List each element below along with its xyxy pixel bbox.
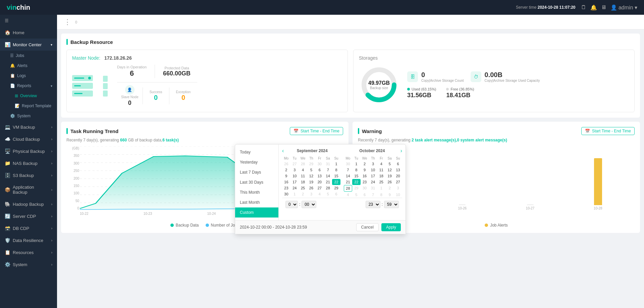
sidebar-toggle[interactable]: ☰ — [0, 15, 57, 26]
trend-time-range-button[interactable]: 📅 Start Time - End Time — [290, 127, 343, 135]
cal-day[interactable]: 2 — [299, 191, 307, 197]
cal-day[interactable]: 30 — [344, 161, 352, 167]
cal-day[interactable]: 31 — [324, 161, 332, 167]
cal-day[interactable]: 23 — [282, 185, 290, 191]
preset-last7[interactable]: Last 7 Days — [235, 167, 278, 177]
cal-day[interactable]: 21 — [344, 179, 352, 185]
cal-day[interactable]: 8 — [332, 167, 340, 173]
user-menu[interactable]: 👤 admin ▾ — [610, 4, 637, 11]
cal-day[interactable]: 7 — [344, 167, 352, 173]
cal-day[interactable]: 4 — [344, 192, 352, 198]
sidebar-sub-item-alerts[interactable]: 🔔 Alerts — [0, 61, 57, 71]
cal-day[interactable]: 17 — [290, 179, 299, 185]
sidebar-item-physical-backup[interactable]: 🖥️ Physical Backup › — [0, 145, 57, 157]
cal-day[interactable]: 9 — [282, 173, 290, 179]
cal-day[interactable]: 16 — [282, 179, 290, 185]
cal-day[interactable]: 20 — [394, 173, 402, 179]
cal-day[interactable]: 5 — [324, 191, 332, 197]
cal-day[interactable]: 1 — [332, 161, 340, 167]
sidebar-sub-item-overview[interactable]: ⊞ Overview — [0, 91, 57, 101]
cal-day[interactable]: 26 — [282, 161, 290, 167]
cancel-button[interactable]: Cancel — [356, 223, 379, 231]
sidebar-item-server-cdp[interactable]: 🔄 Server CDP › — [0, 210, 57, 222]
preset-this-month[interactable]: This Month — [235, 187, 278, 197]
next-month-button[interactable]: › — [400, 148, 402, 154]
cal-day[interactable]: 6 — [394, 161, 402, 167]
apply-button[interactable]: Apply — [381, 223, 401, 231]
sidebar-item-system2[interactable]: ⚙️ System › — [0, 258, 57, 270]
cal-day-selected[interactable]: 22 — [352, 179, 361, 185]
cal-day[interactable]: 23 — [361, 179, 369, 185]
cal-day[interactable]: 1 — [290, 191, 299, 197]
start-min-select[interactable]: 00153045 — [302, 201, 316, 208]
cal-day[interactable]: 4 — [377, 161, 385, 167]
cal-day[interactable]: 14 — [344, 173, 352, 179]
cal-day[interactable]: 10 — [394, 192, 402, 198]
cal-day[interactable]: 29 — [307, 161, 316, 167]
cal-day[interactable]: 4 — [315, 191, 324, 197]
cal-day[interactable]: 2 — [361, 161, 369, 167]
cal-day[interactable]: 24 — [290, 185, 299, 191]
cal-day[interactable]: 15 — [352, 173, 361, 179]
cal-day[interactable]: 25 — [377, 179, 385, 185]
cal-day[interactable]: 20 — [315, 179, 324, 185]
start-hour-select[interactable]: 0123 — [285, 201, 298, 208]
cal-day[interactable]: 5 — [385, 161, 394, 167]
cal-day[interactable]: 2 — [385, 185, 394, 192]
sidebar-item-nas-backup[interactable]: 📁 NAS Backup › — [0, 157, 57, 169]
cal-day[interactable]: 27 — [290, 161, 299, 167]
sidebar-item-s3-backup[interactable]: 🗄️ S3 Backup › — [0, 169, 57, 181]
sidebar-item-home[interactable]: 🏠 Home — [0, 26, 57, 39]
preset-today[interactable]: Today — [235, 147, 278, 157]
cal-day[interactable]: 9 — [385, 192, 394, 198]
sidebar-item-resources[interactable]: 📋 Resources › — [0, 246, 57, 258]
cal-day[interactable]: 10 — [290, 173, 299, 179]
cal-day[interactable]: 7 — [324, 167, 332, 173]
cal-day[interactable]: 28 — [324, 185, 332, 191]
cal-day[interactable]: 19 — [385, 173, 394, 179]
sidebar-sub-item-logs[interactable]: 📋 Logs — [0, 71, 57, 81]
message-icon[interactable]: 🗒 — [581, 4, 586, 10]
preset-last-month[interactable]: Last Month — [235, 197, 278, 207]
preset-yesterday[interactable]: Yesterday — [235, 157, 278, 167]
sidebar-sub-item-report-template[interactable]: 📝 Report Template — [0, 101, 57, 111]
cal-day[interactable]: 17 — [369, 173, 377, 179]
cal-day[interactable]: 26 — [307, 185, 316, 191]
cal-day[interactable]: 11 — [377, 167, 385, 173]
preset-custom[interactable]: Custom — [235, 207, 278, 218]
sidebar-item-hadoop-backup[interactable]: 🐘 Hadoop Backup › — [0, 198, 57, 210]
cal-day[interactable]: 15 — [332, 173, 340, 179]
end-min-select[interactable]: 5900153045 — [384, 201, 399, 208]
cal-day[interactable]: 3 — [290, 167, 299, 173]
cal-day[interactable]: 11 — [299, 173, 307, 179]
cal-day[interactable]: 27 — [315, 185, 324, 191]
cal-day[interactable]: 13 — [394, 167, 402, 173]
cal-day[interactable]: 1 — [377, 185, 385, 192]
cal-day[interactable]: 14 — [324, 173, 332, 179]
cal-day[interactable]: 8 — [352, 167, 361, 173]
cal-day[interactable]: 16 — [361, 173, 369, 179]
cal-day[interactable]: 3 — [394, 185, 402, 192]
sidebar-sub-item-reports[interactable]: 📄 Reports ▾ — [0, 81, 57, 91]
cal-day[interactable]: 19 — [307, 179, 316, 185]
cal-day[interactable]: 5 — [352, 192, 361, 198]
sidebar-item-application-backup[interactable]: 📦 Application Backup › — [0, 181, 57, 198]
cal-day[interactable]: 27 — [394, 179, 402, 185]
warning-time-range-button[interactable]: 📅 Start Time - End Time — [581, 127, 635, 135]
cal-day[interactable]: 8 — [377, 192, 385, 198]
sidebar-sub-item-system[interactable]: ⚙️ System — [0, 111, 57, 121]
cal-day[interactable]: 6 — [361, 192, 369, 198]
cal-day[interactable]: 26 — [385, 179, 394, 185]
cal-day[interactable]: 28 — [299, 161, 307, 167]
cal-day[interactable]: 13 — [315, 173, 324, 179]
preset-last30[interactable]: Last 30 Days — [235, 177, 278, 187]
cal-day[interactable]: 12 — [385, 167, 394, 173]
cal-day[interactable]: 18 — [299, 179, 307, 185]
cal-day[interactable]: 3 — [369, 161, 377, 167]
cal-day[interactable]: 5 — [307, 167, 316, 173]
cal-day[interactable]: 25 — [299, 185, 307, 191]
cal-day[interactable]: 6 — [315, 167, 324, 173]
cal-day[interactable]: 3 — [307, 191, 316, 197]
sidebar-sub-item-jobs[interactable]: ☰ Jobs — [0, 51, 57, 61]
cal-day[interactable]: 4 — [299, 167, 307, 173]
